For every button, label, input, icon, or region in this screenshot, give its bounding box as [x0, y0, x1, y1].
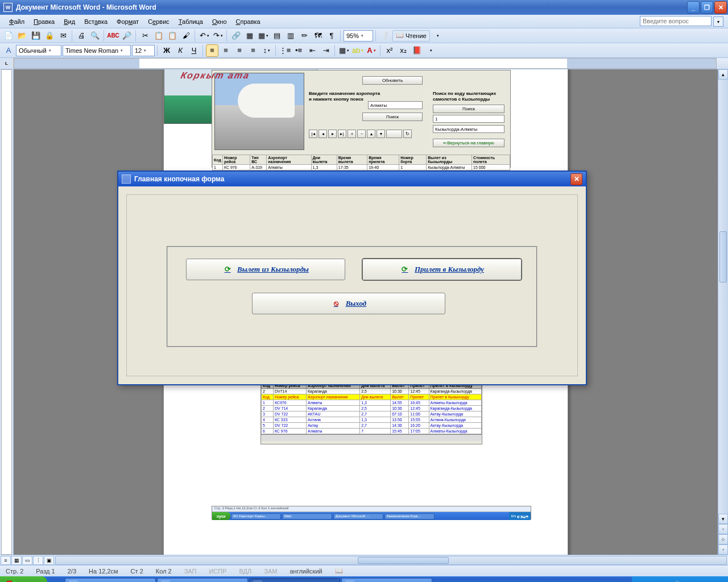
dialog-titlebar[interactable]: Главная кнопочная форма ✕ [118, 172, 586, 186]
undo-button[interactable]: ↶▾ [198, 30, 210, 42]
embed-mini-status: Стр. 2 Разд 1 На 12,2см Ст 2 Кол 1 англи… [212, 506, 531, 512]
menu-format[interactable]: Формат [112, 16, 143, 27]
underline-button[interactable]: Ч [188, 44, 200, 57]
read-mode-button[interactable]: 📖 Чтение [392, 30, 430, 41]
horizontal-scrollbar[interactable] [55, 556, 727, 565]
menu-view[interactable]: Вид [59, 16, 80, 27]
menu-help[interactable]: Справка [231, 16, 265, 27]
align-right-button[interactable]: ≡ [233, 44, 246, 57]
status-spellcheck-icon[interactable]: 📖 [333, 567, 345, 575]
decrease-indent-button[interactable]: ⇤ [306, 44, 318, 57]
format-painter-button[interactable]: 🖌 [180, 30, 192, 42]
copy-button[interactable]: 📋 [152, 30, 165, 42]
numbering-button[interactable]: ⋮≡ [279, 44, 291, 57]
insert-table-button[interactable]: ▦▾ [257, 30, 270, 42]
mail-button[interactable]: ✉ [57, 30, 69, 42]
menu-file[interactable]: Файл [5, 16, 29, 27]
paste-button[interactable]: 📋 [166, 30, 179, 42]
outline-view-button[interactable]: ⋮ [33, 556, 43, 565]
help-search-input[interactable] [640, 16, 712, 26]
taskbar-item[interactable]: Main [157, 578, 248, 582]
start-button[interactable]: пуск [0, 576, 47, 582]
taskbar-item[interactable]: АО Аэропорт Коркы... [65, 578, 156, 582]
taskbar-item[interactable]: Авиакомпания Корк... [341, 578, 432, 582]
scroll-down-button[interactable]: ▾ [718, 514, 728, 524]
increase-indent-button[interactable]: ⇥ [320, 44, 332, 57]
next-page-button[interactable]: ◦ [718, 544, 728, 555]
exit-button[interactable]: ⦸ Выход [252, 293, 445, 314]
redo-button[interactable]: ↷▾ [212, 30, 224, 42]
dialog-close-button[interactable]: ✕ [570, 173, 582, 185]
show-all-button[interactable]: ¶ [325, 30, 338, 42]
menu-edit[interactable]: Правка [29, 16, 59, 27]
bullets-button[interactable]: •≡ [292, 44, 305, 57]
reading-view-button[interactable]: ▣ [44, 556, 54, 565]
menu-table[interactable]: Таблица [174, 16, 208, 27]
italic-button[interactable]: К [174, 44, 187, 57]
minimize-button[interactable]: _ [687, 1, 700, 14]
borders-button[interactable]: ▦▾ [338, 44, 350, 57]
subscript-button[interactable]: x₂ [397, 44, 410, 57]
new-doc-button[interactable]: 📄 [2, 30, 15, 42]
zoom-combo[interactable]: 95%▾ [344, 30, 373, 41]
drawing-button[interactable]: ✏ [298, 30, 311, 42]
prev-page-button[interactable]: ◦ [718, 524, 728, 534]
scroll-up-button[interactable]: ▴ [718, 69, 728, 80]
menu-tools[interactable]: Сервис [143, 16, 174, 27]
fontsize-combo[interactable]: 12▾ [132, 45, 155, 56]
styles-pane-button[interactable]: A [2, 44, 15, 57]
embed-mini-task: АО Аэропорт Коркы... [231, 513, 281, 519]
columns-button[interactable]: ▥ [284, 30, 297, 42]
save-button[interactable]: 💾 [30, 30, 42, 42]
airplane-photo [214, 73, 304, 150]
quicklaunch-icon[interactable]: ◧ [51, 579, 61, 582]
help-dropdown-button[interactable]: ▾ [713, 16, 723, 27]
vertical-scrollbar[interactable]: ▴ ▾ ◦ ○ ◦ [718, 69, 728, 555]
bold-button[interactable]: Ж [160, 44, 173, 57]
titlebar: W Документ Microsoft Word - Microsoft Wo… [0, 0, 728, 15]
departure-button[interactable]: ⟳ Вылет из Кызылорды [186, 259, 345, 280]
hscroll-thumb[interactable] [358, 557, 449, 564]
open-button[interactable]: 📂 [16, 30, 28, 42]
menu-insert[interactable]: Вставка [80, 16, 112, 27]
restore-button[interactable]: ❐ [701, 1, 713, 14]
align-center-button[interactable]: ≡ [220, 44, 232, 57]
doc-map-button[interactable]: 🗺 [312, 30, 324, 42]
arrival-button[interactable]: ⟳ Прилет в Кызылорду [362, 259, 522, 280]
font-combo[interactable]: Times New Roman▾ [63, 45, 131, 56]
cut-button[interactable]: ✂ [139, 30, 151, 42]
line-spacing-button[interactable]: ↕▾ [260, 44, 273, 57]
tables-borders-button[interactable]: ▦ [243, 30, 256, 42]
taskbar-item-active[interactable]: Документ Microsoft ... [249, 578, 340, 582]
refresh-button-embed: Обновить [362, 76, 423, 85]
style-combo[interactable]: Обычный▾ [16, 45, 61, 56]
excel-button[interactable]: ▤ [271, 30, 283, 42]
ruler-vertical[interactable] [0, 69, 14, 555]
hyperlink-button[interactable]: 🔗 [230, 30, 242, 42]
toolbar-overflow[interactable]: ▾ [431, 30, 444, 42]
spellcheck-button[interactable]: ABC [107, 30, 119, 42]
research-button[interactable]: 🔎 [121, 30, 133, 42]
menu-window[interactable]: Окно [208, 16, 231, 27]
close-button[interactable]: ✕ [714, 1, 727, 14]
web-view-button[interactable]: ▦ [11, 556, 22, 565]
superscript-button[interactable]: x² [383, 44, 396, 57]
back-button-embed: ⇐ Вернуться на главную [433, 139, 504, 147]
permission-button[interactable]: 🔒 [43, 30, 56, 42]
print-preview-button[interactable]: 🔍 [89, 30, 101, 42]
ruler-horizontal[interactable]: L [0, 58, 728, 69]
status-trk: ИСПР [206, 568, 229, 575]
font-color-button[interactable]: A▾ [365, 44, 378, 57]
toolbar-overflow-2[interactable]: ▾ [424, 44, 437, 57]
print-view-button[interactable]: ▭ [22, 556, 32, 565]
help-button[interactable]: ❔ [379, 30, 391, 42]
normal-view-button[interactable]: ≡ [1, 556, 11, 565]
browse-object-button[interactable]: ○ [718, 534, 728, 544]
highlight-button[interactable]: ab▾ [351, 44, 364, 57]
print-button[interactable]: 🖨 [75, 30, 88, 42]
align-left-button[interactable]: ≡ [206, 44, 218, 57]
align-justify-button[interactable]: ≡ [247, 44, 259, 57]
lang-button[interactable]: 📕 [411, 44, 423, 57]
scroll-thumb[interactable] [719, 231, 727, 282]
status-col: Кол 2 [154, 568, 174, 575]
